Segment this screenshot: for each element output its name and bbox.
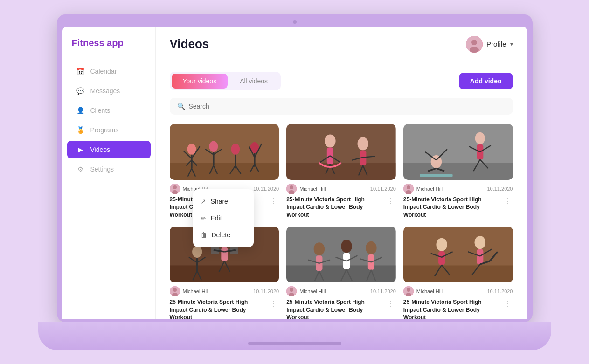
svg-rect-110 bbox=[403, 265, 513, 282]
video-title: 25-Minute Victoria Sport High Impact Car… bbox=[403, 298, 500, 319]
svg-point-64 bbox=[407, 185, 410, 189]
sidebar-nav: 📅 Calendar 💬 Messages 👤 Clients 🏅 Progra… bbox=[62, 62, 155, 178]
video-meta: Michael Hill 10.11.2020 bbox=[403, 282, 513, 298]
svg-rect-118 bbox=[477, 249, 483, 264]
app-logo: Fitness app bbox=[62, 38, 155, 62]
sidebar-item-videos[interactable]: ▶ Videos bbox=[67, 141, 151, 158]
video-title: 25-Minute Victoria Sport High Impact Car… bbox=[286, 298, 383, 319]
svg-rect-89 bbox=[316, 255, 323, 271]
svg-point-47 bbox=[290, 185, 293, 189]
video-thumbnail[interactable] bbox=[403, 227, 513, 282]
svg-rect-50 bbox=[403, 163, 513, 180]
sidebar-label-messages: Messages bbox=[90, 87, 120, 95]
svg-point-30 bbox=[173, 185, 177, 189]
sidebar-item-messages[interactable]: 💬 Messages bbox=[67, 82, 151, 100]
svg-point-19 bbox=[231, 144, 240, 154]
svg-rect-112 bbox=[438, 251, 445, 265]
svg-rect-72 bbox=[221, 247, 228, 261]
video-thumbnail[interactable] bbox=[403, 124, 513, 180]
video-meta: Michael Hill 10.11.2020 bbox=[403, 180, 513, 196]
tabs-row: Your videos All videos Add video bbox=[170, 72, 513, 90]
more-options-button[interactable]: ⋮ bbox=[385, 196, 396, 206]
meta-left: Michael Hill bbox=[170, 286, 209, 296]
laptop-base bbox=[38, 322, 551, 350]
edit-option[interactable]: ✏ Edit bbox=[193, 210, 254, 227]
video-footer: 25-Minute Victoria Sport High Impact Car… bbox=[286, 298, 396, 319]
more-options-button[interactable]: ⋮ bbox=[502, 298, 513, 309]
author-name: Michael Hill bbox=[416, 186, 443, 192]
svg-point-84 bbox=[173, 288, 177, 292]
svg-point-40 bbox=[358, 137, 368, 150]
sidebar-item-calendar[interactable]: 📅 Calendar bbox=[67, 62, 151, 80]
sidebar-item-settings[interactable]: ⚙ Settings bbox=[67, 160, 151, 178]
video-title: 25-Minute Victoria Sport High Impact Car… bbox=[286, 196, 383, 219]
delete-label: Delete bbox=[212, 231, 230, 239]
more-options-button[interactable]: ⋮ bbox=[385, 298, 396, 309]
video-date: 10.11.2020 bbox=[253, 288, 279, 294]
search-input[interactable] bbox=[189, 103, 506, 110]
clients-icon: 👤 bbox=[76, 106, 85, 115]
more-options-button[interactable]: ⋮ bbox=[268, 196, 279, 206]
sidebar-label-calendar: Calendar bbox=[90, 68, 117, 75]
video-card: Michael Hill 10.11.2020 25-Minute Victor… bbox=[403, 124, 513, 219]
meta-left: Michael Hill bbox=[403, 184, 443, 194]
main-content: Videos Profile ▾ bbox=[156, 27, 527, 319]
tabs-container: Your videos All videos bbox=[170, 72, 281, 90]
author-avatar bbox=[170, 286, 180, 296]
video-date: 10.11.2020 bbox=[487, 186, 513, 192]
author-name: Michael Hill bbox=[416, 288, 443, 294]
settings-icon: ⚙ bbox=[76, 165, 85, 173]
add-video-button[interactable]: Add video bbox=[459, 73, 513, 89]
profile-button[interactable]: Profile ▾ bbox=[466, 36, 513, 53]
tab-your-videos[interactable]: Your videos bbox=[172, 74, 228, 89]
svg-point-34 bbox=[325, 134, 335, 147]
dropdown-menu: ↗ Share ✏ Edit 🗑 Delete bbox=[193, 189, 254, 247]
video-card: Michael Hill 10.11.2020 25-Minute Victor… bbox=[286, 227, 396, 319]
svg-point-100 bbox=[366, 241, 376, 254]
video-card: Michael Hill 10.11.2020 25-Minute Victor… bbox=[403, 227, 513, 319]
more-options-button[interactable]: ⋮ bbox=[268, 298, 279, 309]
content-area: Your videos All videos Add video 🔍 bbox=[156, 62, 527, 319]
video-card: Michael Hill 10.11.2020 25-Minute Victor… bbox=[170, 124, 279, 219]
search-bar: 🔍 bbox=[170, 98, 513, 115]
video-meta: Michael Hill 10.11.2020 bbox=[286, 180, 396, 196]
svg-point-94 bbox=[341, 240, 352, 253]
svg-point-107 bbox=[290, 288, 293, 292]
svg-point-111 bbox=[436, 238, 447, 251]
svg-point-117 bbox=[474, 236, 485, 249]
sidebar-label-clients: Clients bbox=[90, 107, 111, 114]
videos-icon: ▶ bbox=[76, 145, 85, 154]
top-header: Videos Profile ▾ bbox=[156, 27, 527, 62]
svg-rect-33 bbox=[286, 163, 396, 180]
author-avatar bbox=[403, 286, 414, 296]
more-options-button[interactable]: ⋮ bbox=[502, 196, 513, 206]
svg-rect-67 bbox=[170, 265, 279, 282]
svg-point-77 bbox=[192, 246, 202, 258]
author-avatar bbox=[170, 184, 180, 194]
sidebar-item-programs[interactable]: 🏅 Programs bbox=[67, 121, 151, 139]
svg-point-13 bbox=[209, 141, 218, 151]
meta-left: Michael Hill bbox=[286, 184, 326, 194]
sidebar-label-settings: Settings bbox=[90, 165, 114, 173]
author-avatar bbox=[286, 286, 297, 296]
author-name: Michael Hill bbox=[299, 288, 326, 294]
delete-option[interactable]: 🗑 Delete bbox=[193, 227, 254, 243]
page-title: Videos bbox=[170, 37, 209, 51]
share-option[interactable]: ↗ Share bbox=[193, 193, 254, 210]
svg-rect-51 bbox=[420, 173, 452, 177]
search-icon: 🔍 bbox=[177, 103, 185, 110]
sidebar: Fitness app 📅 Calendar 💬 Messages 👤 Clie… bbox=[62, 27, 156, 319]
video-thumbnail[interactable] bbox=[286, 124, 396, 180]
edit-icon: ✏ bbox=[201, 214, 206, 222]
meta-left: Michael Hill bbox=[403, 286, 443, 296]
share-icon: ↗ bbox=[201, 198, 206, 205]
calendar-icon: 📅 bbox=[76, 67, 85, 76]
video-thumbnail[interactable] bbox=[170, 124, 279, 180]
video-footer: 25-Minute Victoria Sport High Impact Car… bbox=[403, 196, 513, 219]
videos-grid: Michael Hill 10.11.2020 25-Minute Victor… bbox=[170, 124, 513, 319]
chevron-down-icon: ▾ bbox=[510, 41, 513, 48]
tab-all-videos[interactable]: All videos bbox=[229, 74, 279, 89]
video-thumbnail[interactable] bbox=[286, 227, 396, 282]
sidebar-item-clients[interactable]: 👤 Clients bbox=[67, 102, 151, 119]
video-meta: Michael Hill 10.11.2020 bbox=[286, 282, 396, 298]
